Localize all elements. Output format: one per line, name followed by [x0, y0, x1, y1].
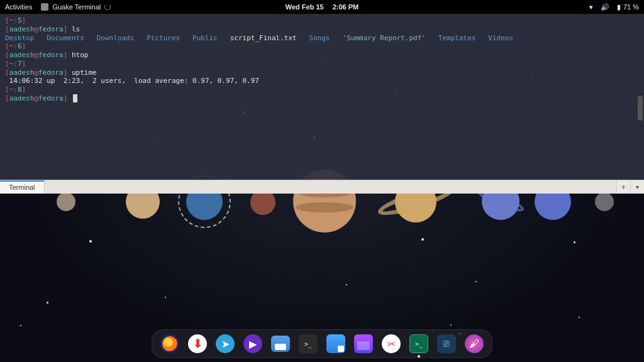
dock-firefox[interactable] [160, 334, 180, 354]
term-line: [~:7] [5, 60, 639, 69]
term-line: [aadesh@fedora] htop [5, 51, 639, 60]
term-line: [aadesh@fedora] uptime [5, 69, 639, 77]
active-app-indicator[interactable]: Guake Terminal [41, 3, 111, 11]
active-app-name: Guake Terminal [52, 3, 101, 11]
star [574, 241, 575, 243]
topbar-time: 2:06 PM [333, 3, 359, 11]
star [47, 302, 48, 304]
dock-files[interactable] [270, 334, 291, 354]
dock-updater[interactable]: ⬇ [187, 334, 208, 354]
dock-scissors[interactable]: ✂ [381, 334, 401, 354]
dock-guake[interactable] [409, 334, 429, 354]
tab-terminal[interactable]: Terminal [0, 180, 45, 194]
new-tab-button[interactable]: + [616, 180, 630, 194]
star [579, 317, 580, 318]
tabbar-spacer [45, 180, 616, 194]
dock: ⬇ ➤ ▶ ✂ 🖌 [152, 329, 492, 358]
planet-mercury [57, 192, 75, 211]
star [421, 238, 424, 241]
term-line: [~:6] [5, 42, 639, 51]
network-icon: ▾ [589, 3, 593, 11]
dock-wallpaper[interactable]: 🖌 [464, 334, 484, 354]
clock-button[interactable]: Wed Feb 15 2:06 PM [286, 3, 359, 11]
battery-icon: ▮ [617, 3, 621, 11]
topbar-date: Wed Feb 15 [286, 3, 324, 11]
tab-menu-button[interactable]: ▾ [630, 180, 644, 194]
volume-icon: 🔊 [601, 3, 609, 11]
star [89, 240, 92, 243]
term-line: [aadesh@fedora] ls [5, 25, 639, 34]
dock-screenshot[interactable] [353, 334, 374, 354]
dock-media-player[interactable]: ▶ [243, 334, 263, 354]
spinner-icon [104, 4, 111, 10]
star [450, 324, 452, 326]
term-line: [aadesh@fedora] [5, 94, 639, 103]
dock-telegram[interactable]: ➤ [215, 334, 235, 354]
guake-tabbar: Terminal + ▾ [0, 180, 644, 194]
terminal-scrollbar[interactable] [638, 96, 643, 121]
system-menu[interactable]: ▾ 🔊 ▮ 71 % [589, 3, 639, 11]
gnome-topbar: Activities Guake Terminal Wed Feb 15 2:0… [0, 0, 644, 14]
guake-terminal[interactable]: [~:5][aadesh@fedora] lsDesktop Documents… [0, 14, 644, 180]
star [475, 281, 477, 282]
dock-workspace[interactable] [326, 334, 346, 354]
star [346, 284, 347, 285]
term-line: 14:06:32 up 2:23, 2 users, load average:… [5, 77, 639, 85]
battery-percent: 71 % [623, 3, 639, 11]
star [20, 325, 21, 326]
term-line: [~:5] [5, 16, 639, 25]
planet-pluto [595, 192, 614, 211]
term-line: Desktop Documents Downloads Pictures Pub… [5, 34, 639, 43]
guake-app-icon [41, 3, 48, 11]
terminal-cursor [73, 94, 77, 102]
dock-terminal[interactable] [298, 334, 318, 354]
planet-mars [250, 190, 275, 215]
term-line: [~:8] [5, 85, 639, 94]
star [165, 297, 166, 298]
dock-equalizer[interactable] [436, 334, 457, 354]
activities-button[interactable]: Activities [5, 3, 32, 11]
